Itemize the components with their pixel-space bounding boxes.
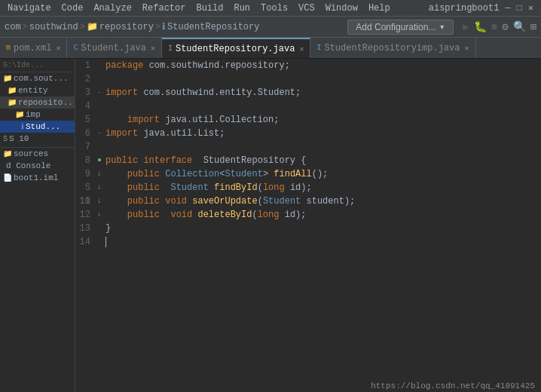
menu-analyze[interactable]: Analyze: [89, 2, 136, 15]
breadcrumb-southwind[interactable]: southwind: [29, 22, 78, 32]
gutter-method3-icon: ↓: [97, 194, 102, 208]
menu-bar: Navigate Code Analyze Refactor Build Run…: [0, 0, 541, 17]
breadcrumb-file[interactable]: ℹStudentRepository: [162, 21, 259, 32]
tab-label-studentrepoimp: StudentRepositoryimp.java: [324, 43, 460, 54]
code-line-3: 3 - import com.southwind.entity.Student;: [75, 86, 541, 100]
tab-label-studentrepo: StudentRepository.java: [176, 44, 295, 54]
sidebar-item-console[interactable]: d Console: [0, 160, 75, 172]
tab-icon-studentrepo: I: [168, 44, 173, 53]
tab-close-student[interactable]: ✕: [151, 44, 155, 53]
console-label: d Console: [3, 161, 50, 170]
breadcrumb-com[interactable]: com: [5, 22, 21, 32]
debug-icon[interactable]: 🐛: [474, 20, 487, 33]
sidebar-item-boot1[interactable]: 📄 boot1.iml: [0, 172, 75, 184]
code-line-7: 7: [75, 140, 541, 154]
sidebar-item-s10[interactable]: S S 10: [0, 133, 75, 145]
maximize-icon[interactable]: □: [517, 3, 522, 14]
menu-refactor[interactable]: Refactor: [138, 2, 191, 15]
code-line-11: 11 ↓ public void saveOrUpdate(Student st…: [75, 194, 541, 208]
tab-bar: m pom.xml ✕ C Student.java ✕ I StudentRe…: [0, 38, 541, 59]
folder-icon-repos: 📁: [8, 98, 17, 107]
sidebar-label-entity: entity: [18, 86, 48, 95]
breadcrumb-sep3: >: [155, 22, 160, 32]
add-config-label: Add Configuration...: [356, 22, 436, 32]
gutter-method-icon: ↓: [97, 167, 102, 181]
code-line-8: 8 ● public interface StudentRepository {: [75, 154, 541, 167]
search-icon[interactable]: 🔍: [513, 20, 526, 33]
tab-close-studentrepoimp[interactable]: ✕: [464, 44, 469, 53]
gutter-method4-icon: ↓: [97, 208, 102, 222]
sidebar-item-studrepo[interactable]: ℹ Stud...: [0, 121, 75, 133]
tab-close-pom[interactable]: ✕: [56, 44, 60, 53]
menu-window[interactable]: Window: [321, 2, 362, 15]
file-icon-boot1: 📄: [3, 173, 12, 182]
menu-help[interactable]: Help: [364, 2, 395, 15]
folder-icon-sources: 📁: [3, 149, 12, 158]
folder-icon-entity: 📁: [8, 86, 17, 95]
code-line-14: 14: [75, 235, 541, 249]
tab-icon-pom: m: [6, 44, 11, 52]
sidebar-label-studrepo: Stud...: [26, 122, 60, 131]
code-line-4: 4: [75, 100, 541, 113]
add-configuration-button[interactable]: Add Configuration... ▼: [347, 20, 454, 35]
breadcrumb-sep2: >: [80, 22, 85, 32]
settings-icon[interactable]: ⚙: [502, 20, 508, 33]
tab-icon-student: C: [73, 44, 78, 52]
breadcrumb-sep1: >: [23, 22, 28, 32]
minimize-icon[interactable]: ─: [505, 3, 510, 14]
sidebar-item-sources[interactable]: 📁 sources: [0, 148, 75, 160]
gutter-run-icon: ●: [97, 154, 102, 167]
tab-label-student: Student.java: [81, 43, 145, 54]
status-bar: https://blog.csdn.net/qq_41891425: [365, 380, 541, 392]
project-name: aispringboot1: [424, 2, 504, 15]
blog-url: https://blog.csdn.net/qq_41891425: [371, 381, 535, 390]
menu-code[interactable]: Code: [57, 2, 88, 15]
sidebar-label-boot1: boot1.iml: [14, 173, 58, 182]
code-line-10: S 10 ↓ public Student findById(long id);: [75, 181, 541, 194]
code-editor[interactable]: 1 package com.southwind.repoository; 2 3…: [75, 59, 541, 392]
code-line-1: 1 package com.southwind.repoository;: [75, 59, 541, 72]
sidebar-label-repos: repoosito...: [18, 98, 75, 107]
menu-tools[interactable]: Tools: [256, 2, 292, 15]
toolbar-icons: ▶ 🐛 ■ ⚙ 🔍 ⊞: [463, 20, 536, 33]
tab-studentrepoimp[interactable]: I StudentRepositoryimp.java ✕: [310, 38, 475, 58]
sidebar-label-com: com.sout...: [14, 74, 69, 83]
sidebar: G:\Ide... 📁 com.sout... 📁 entity 📁 repoo…: [0, 59, 75, 392]
menu-vcs[interactable]: VCS: [294, 2, 319, 15]
tab-studentrepo[interactable]: I StudentRepository.java ✕: [162, 38, 310, 58]
sidebar-label-s10: S 10: [9, 134, 29, 143]
code-line-6: 6 - import java.util.List;: [75, 127, 541, 140]
folder-icon-imp: 📁: [15, 110, 24, 119]
tab-close-studentrepo[interactable]: ✕: [299, 44, 304, 54]
close-icon[interactable]: ✕: [528, 2, 533, 14]
menu-run[interactable]: Run: [229, 2, 255, 15]
code-line-5: 5 import java.util.Collection;: [75, 113, 541, 127]
code-line-9: 9 ↓ public Collection<Student> findAll()…: [75, 167, 541, 181]
menu-navigate[interactable]: Navigate: [3, 2, 56, 15]
sidebar-item-entity[interactable]: 📁 entity: [0, 84, 75, 96]
file-icon-studrepo: ℹ: [21, 122, 24, 131]
folder-icon: 📁: [3, 74, 12, 83]
code-line-13: 13 }: [75, 222, 541, 235]
nav-bar: com > southwind > 📁repository > ℹStudent…: [0, 17, 541, 38]
breadcrumb-repository[interactable]: 📁repository: [87, 21, 154, 32]
sidebar-label-sources: sources: [14, 149, 48, 158]
run-icon[interactable]: ▶: [463, 20, 469, 33]
tab-label-pom: pom.xml: [14, 43, 51, 54]
sidebar-label-imp: imp: [26, 110, 41, 119]
code-line-12: 12 ↓ public void deleteById(long id);: [75, 208, 541, 222]
gutter-method2-icon: ↓: [97, 181, 102, 194]
sidebar-item-imp[interactable]: 📁 imp: [0, 109, 75, 121]
breadcrumb: com > southwind > 📁repository > ℹStudent…: [5, 21, 259, 32]
tab-icon-studentrepoimp: I: [316, 44, 321, 52]
sidebar-item-com[interactable]: 📁 com.sout...: [0, 72, 75, 84]
tab-pom[interactable]: m pom.xml ✕: [0, 38, 67, 58]
code-line-2: 2: [75, 72, 541, 86]
stop-icon[interactable]: ■: [491, 21, 497, 33]
tab-student[interactable]: C Student.java ✕: [67, 38, 161, 58]
sidebar-item-repoository[interactable]: 📁 repoosito...: [0, 96, 75, 109]
layout-icon[interactable]: ⊞: [530, 20, 536, 33]
dropdown-icon: ▼: [439, 23, 445, 31]
menu-build[interactable]: Build: [191, 2, 228, 15]
file-icon-s10: S: [3, 135, 8, 143]
